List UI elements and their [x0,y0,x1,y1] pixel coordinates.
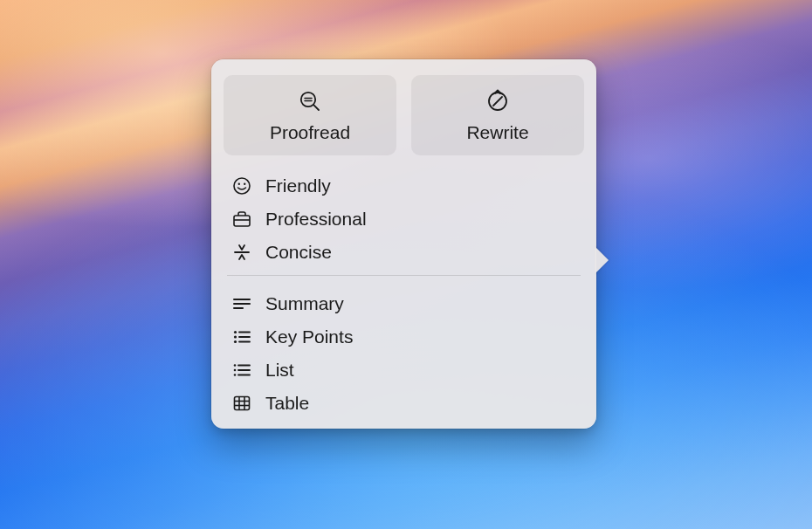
concise-icon [232,244,251,261]
svg-point-19 [234,340,237,343]
option-label: Concise [265,242,332,263]
option-list[interactable]: List [224,354,584,387]
svg-rect-27 [235,397,250,410]
smile-icon [232,176,251,196]
svg-point-17 [234,335,237,338]
svg-point-25 [234,374,237,376]
option-label: Professional [265,209,367,230]
writing-tools-popover: Proofread Rewrite [211,59,596,429]
svg-point-21 [234,364,237,367]
svg-line-1 [313,105,319,110]
rewrite-icon [485,89,510,113]
svg-point-8 [244,183,245,185]
primary-actions-row: Proofread Rewrite [220,72,588,164]
svg-point-23 [234,369,237,372]
svg-point-7 [238,183,240,185]
option-label: Key Points [265,326,353,347]
svg-line-5 [493,97,502,106]
rewrite-button[interactable]: Rewrite [411,75,584,155]
option-key-points[interactable]: Key Points [224,320,584,354]
option-summary[interactable]: Summary [224,287,584,320]
format-options-section: Summary Key Points [220,282,588,420]
briefcase-icon [232,210,251,228]
option-concise[interactable]: Concise [224,236,584,269]
option-professional[interactable]: Professional [224,203,584,236]
proofread-button[interactable]: Proofread [224,75,396,155]
tone-options-section: Friendly Professional Concis [220,164,588,269]
option-label: Summary [265,293,344,314]
option-friendly[interactable]: Friendly [224,169,584,203]
section-divider [227,275,581,276]
svg-point-15 [234,331,237,333]
svg-rect-9 [234,216,250,226]
list-icon [232,363,251,377]
proofread-icon [299,89,321,113]
proofread-label: Proofread [270,122,350,143]
option-label: Table [265,393,309,414]
table-icon [232,395,251,411]
option-label: List [265,360,294,381]
summary-icon [232,298,251,310]
rewrite-label: Rewrite [466,122,528,143]
key-points-icon [232,330,251,344]
option-label: Friendly [265,175,331,196]
svg-point-6 [234,178,250,194]
option-table[interactable]: Table [224,387,584,420]
